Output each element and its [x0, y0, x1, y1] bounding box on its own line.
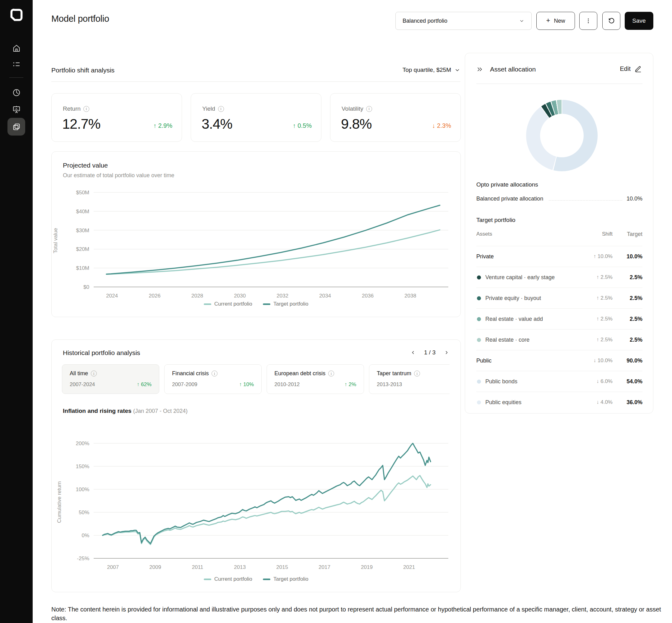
legend-label: Current portfolio — [214, 301, 252, 307]
metric-value: 12.7% — [62, 116, 101, 132]
svg-text:$0: $0 — [83, 284, 89, 290]
asset-name: Private equity · buyout — [485, 295, 541, 301]
asset-shift: ↓ 6.0% — [578, 378, 613, 385]
metric-card-volatility: Volatilityi 9.8% ↓ 2.3% — [330, 93, 461, 142]
opto-allocation-row: Balanced private allocation 10.0% — [476, 196, 642, 202]
historical-chart: -25%0%50%100%150%200%2007200920112013201… — [52, 340, 460, 574]
asset-color-dot — [477, 275, 481, 279]
asset-color-dot — [477, 317, 481, 321]
svg-text:2007: 2007 — [107, 564, 119, 570]
asset-name: Public equities — [485, 399, 522, 406]
allocation-group-row: Private↑ 10.0%10.0% — [476, 246, 642, 267]
chevron-down-icon — [454, 67, 460, 73]
legend-swatch-current — [204, 303, 211, 305]
asset-color-dot — [477, 400, 481, 405]
svg-text:2017: 2017 — [318, 564, 330, 570]
asset-name: Public — [476, 357, 492, 364]
app-window: Model portfolio Balanced portfolio + New… — [0, 0, 672, 623]
sidebar-item-model-portfolios[interactable] — [7, 118, 25, 136]
sidebar-item-reports[interactable] — [0, 105, 33, 114]
metric-card-return: Returni 12.7% ↑ 2.9% — [51, 93, 182, 142]
asset-target: 36.0% — [613, 399, 642, 406]
svg-text:2015: 2015 — [276, 564, 288, 570]
asset-shift: ↑ 2.5% — [578, 316, 613, 322]
info-icon[interactable]: i — [218, 106, 224, 112]
legend-swatch-current — [204, 578, 211, 580]
asset-target: 2.5% — [613, 337, 642, 343]
allocation-asset-row: Venture capital · early stage↑ 2.5%2.5% — [476, 267, 642, 288]
asset-target: 54.0% — [613, 378, 642, 385]
asset-shift: ↑ 2.5% — [578, 337, 613, 343]
legend-label: Current portfolio — [214, 576, 252, 582]
metric-change: ↑ 2.9% — [153, 122, 172, 129]
chart-title: Projected value — [63, 162, 108, 169]
asset-shift: ↓ 4.0% — [578, 399, 613, 405]
asset-target: 90.0% — [613, 357, 642, 364]
projected-value-card: Projected value Our estimate of total po… — [51, 151, 461, 317]
asset-name: Real estate · core — [485, 337, 530, 343]
svg-text:50%: 50% — [79, 509, 89, 515]
chart-legend: Current portfolio Target portfolio — [52, 301, 460, 307]
divider — [51, 82, 460, 82]
sidebar-item-home[interactable] — [0, 43, 33, 53]
allocation-asset-row: Public bonds↓ 6.0%54.0% — [476, 371, 642, 392]
opto-row-label: Balanced private allocation — [476, 196, 543, 202]
info-icon[interactable]: i — [366, 106, 372, 112]
chart-subtitle: Our estimate of total portfolio value ov… — [63, 172, 174, 179]
svg-text:200%: 200% — [76, 441, 89, 446]
metric-change: ↓ 2.3% — [432, 122, 451, 129]
allocation-donut-chart — [526, 100, 598, 171]
plus-icon: + — [546, 17, 550, 25]
historical-analysis-card: Historical portfolio analysis 1 / 3 All … — [51, 339, 461, 592]
svg-text:2024: 2024 — [106, 293, 118, 299]
new-button[interactable]: + New — [536, 12, 575, 30]
metric-label: Yield — [202, 106, 215, 112]
svg-text:2036: 2036 — [362, 293, 374, 299]
svg-text:2026: 2026 — [149, 293, 161, 299]
svg-text:2019: 2019 — [361, 564, 373, 570]
section-title: Portfolio shift analysis — [51, 66, 114, 74]
table-header: Assets Shift Target — [476, 231, 642, 238]
opto-title: Opto private allocations — [476, 181, 538, 188]
info-icon[interactable]: i — [83, 106, 89, 112]
svg-text:2021: 2021 — [403, 564, 415, 570]
dotted-leader — [549, 200, 622, 201]
metric-value: 9.8% — [341, 116, 372, 132]
svg-text:2038: 2038 — [404, 293, 416, 299]
asset-name: Public bonds — [485, 378, 517, 385]
sidebar — [0, 0, 33, 623]
sidebar-item-tasks[interactable] — [0, 60, 33, 69]
svg-text:150%: 150% — [76, 464, 89, 469]
svg-text:2009: 2009 — [149, 564, 161, 570]
quartile-filter[interactable]: Top quartile, $25M — [402, 66, 460, 73]
disclaimer-note: Note: The content herein is provided for… — [51, 605, 670, 622]
donut-hole — [540, 114, 584, 157]
legend-swatch-target — [263, 578, 270, 580]
asset-color-dot — [477, 338, 481, 342]
asset-name: Real estate · value add — [485, 316, 543, 322]
app-logo-icon — [10, 8, 23, 22]
allocation-asset-row: Public equities↓ 4.0%36.0% — [476, 392, 642, 413]
collapse-panel-icon[interactable] — [476, 66, 483, 73]
asset-shift: ↓ 10.0% — [578, 357, 613, 364]
svg-text:$40M: $40M — [76, 209, 89, 214]
target-portfolio-title: Target portfolio — [476, 217, 515, 224]
edit-allocation-button[interactable]: Edit — [620, 65, 642, 72]
more-options-button[interactable] — [579, 12, 597, 30]
divider — [476, 84, 642, 84]
asset-target: 10.0% — [613, 254, 642, 260]
svg-text:2034: 2034 — [319, 293, 331, 299]
portfolio-select[interactable]: Balanced portfolio — [395, 12, 532, 30]
metric-change: ↑ 0.5% — [293, 122, 312, 129]
kebab-menu-icon — [585, 18, 592, 24]
asset-shift: ↑ 2.5% — [578, 295, 613, 301]
save-button[interactable]: Save — [625, 12, 653, 30]
svg-text:100%: 100% — [76, 486, 89, 493]
task-list-icon — [12, 60, 21, 69]
reset-button[interactable] — [602, 12, 620, 30]
svg-text:$20M: $20M — [76, 246, 89, 252]
portfolio-select-value: Balanced portfolio — [402, 18, 447, 24]
chart-legend: Current portfolio Target portfolio — [52, 576, 460, 582]
svg-text:$50M: $50M — [76, 190, 89, 196]
sidebar-item-history[interactable] — [0, 88, 33, 97]
